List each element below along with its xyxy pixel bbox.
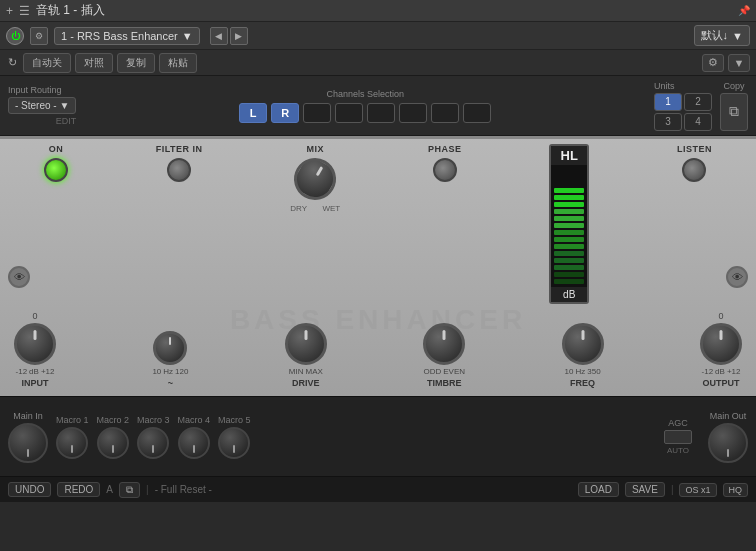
power-button[interactable]: ⏻ (6, 27, 24, 45)
os-badge[interactable]: OS x1 (679, 483, 716, 497)
mix-knob[interactable] (287, 150, 344, 207)
preset-selector[interactable]: 默认↓ ▼ (694, 25, 750, 46)
menu-icon[interactable]: ☰ (19, 4, 30, 18)
channel-R-button[interactable]: R (271, 103, 299, 123)
main-in-label: Main In (13, 411, 43, 421)
save-button[interactable]: SAVE (625, 482, 665, 497)
nav-prev-button[interactable]: ◀ (210, 27, 228, 45)
channel-3-button[interactable] (303, 103, 331, 123)
paste-button[interactable]: 粘贴 (159, 53, 197, 73)
units-label: Units (654, 81, 712, 91)
macro4-group: Macro 4 (178, 415, 211, 459)
filter-hz-range: 10 Hz 120 (152, 367, 188, 376)
channel-8-button[interactable] (463, 103, 491, 123)
preset-label: 默认↓ (701, 28, 729, 43)
macro5-label: Macro 5 (218, 415, 251, 425)
listen-led[interactable] (682, 158, 706, 182)
on-led[interactable] (44, 158, 68, 182)
drive-knob-group: MIN MAX DRIVE (285, 323, 327, 388)
unit-3-button[interactable]: 3 (654, 113, 682, 131)
slot-copy-button[interactable]: ⧉ (119, 482, 140, 498)
macro3-label: Macro 3 (137, 415, 170, 425)
right-eye-icon[interactable]: 👁 (726, 266, 748, 288)
channel-7-button[interactable] (431, 103, 459, 123)
copy-paste-button[interactable]: ⧉ (720, 93, 748, 131)
channel-6-button[interactable] (399, 103, 427, 123)
units-section: Units 1 2 3 4 (654, 81, 712, 131)
settings-button[interactable]: ⚙ (702, 54, 724, 72)
macro4-knob[interactable] (178, 427, 210, 459)
redo-button[interactable]: REDO (57, 482, 100, 497)
macro3-knob[interactable] (137, 427, 169, 459)
macro1-knob[interactable] (56, 427, 88, 459)
filter-hz-knob[interactable] (153, 331, 187, 365)
agc-toggle[interactable] (664, 430, 692, 444)
mix-range-labels: DRY WET (290, 204, 340, 213)
listen-label: LISTEN (677, 144, 712, 154)
channels-buttons: L R (239, 103, 491, 123)
phase-led[interactable] (433, 158, 457, 182)
mix-label: MIX (307, 144, 325, 154)
load-button[interactable]: LOAD (578, 482, 619, 497)
drive-knob[interactable] (285, 323, 327, 365)
controls-top-row: ON FILTER IN MIX DRY WET PHASE HL (14, 144, 742, 304)
main-out-group: Main Out (708, 411, 748, 463)
macro2-knob[interactable] (97, 427, 129, 459)
agc-section: AGC AUTO (664, 418, 692, 455)
main-in-knob[interactable] (8, 423, 48, 463)
input-value: 0 (32, 311, 37, 321)
timbre-knob[interactable] (423, 323, 465, 365)
freq-label: FREQ (570, 378, 595, 388)
dropdown-button[interactable]: ▼ (728, 54, 750, 72)
hq-badge[interactable]: HQ (723, 483, 749, 497)
add-icon[interactable]: + (6, 4, 13, 18)
freq-hz: Hz (575, 367, 585, 376)
auto-off-button[interactable]: 自动关 (23, 53, 71, 73)
freq-knob[interactable] (562, 323, 604, 365)
main-out-knob[interactable] (708, 423, 748, 463)
input-knob-group: 0 -12 dB +12 INPUT (14, 311, 56, 388)
undo-button[interactable]: UNDO (8, 482, 51, 497)
input-max: +12 (41, 367, 55, 376)
units-grid: 1 2 3 4 (654, 93, 712, 131)
macro-bar: Main In Macro 1 Macro 2 Macro 3 Macro 4 … (0, 396, 756, 476)
filter-hz-label: Hz (163, 367, 173, 376)
filter-hz-max: 120 (175, 367, 188, 376)
separator-1: | (146, 484, 149, 495)
output-knob[interactable] (700, 323, 742, 365)
controls-bottom-row: 0 -12 dB +12 INPUT 10 Hz 120 ~ MIN M (14, 311, 742, 388)
filter-in-led[interactable] (167, 158, 191, 182)
pin-icon[interactable]: 📌 (738, 5, 750, 16)
stereo-selector[interactable]: - Stereo - ▼ (8, 97, 76, 114)
timbre-label: TIMBRE (427, 378, 462, 388)
copy-button[interactable]: 复制 (117, 53, 155, 73)
compare-button[interactable]: 对照 (75, 53, 113, 73)
full-reset-label: - Full Reset - (155, 484, 212, 495)
timbre-odd: ODD (423, 367, 441, 376)
main-in-group: Main In (8, 411, 48, 463)
nav-next-button[interactable]: ▶ (230, 27, 248, 45)
unit-1-button[interactable]: 1 (654, 93, 682, 111)
channel-L-button[interactable]: L (239, 103, 267, 123)
left-eye-icon[interactable]: 👁 (8, 266, 30, 288)
macro5-knob[interactable] (218, 427, 250, 459)
macro1-label: Macro 1 (56, 415, 89, 425)
plugin-name-selector[interactable]: 1 - RRS Bass Enhancer ▼ (54, 27, 200, 45)
channel-5-button[interactable] (367, 103, 395, 123)
unit-4-button[interactable]: 4 (684, 113, 712, 131)
copy-section: Copy ⧉ (720, 81, 748, 131)
channel-4-button[interactable] (335, 103, 363, 123)
control-bar: ↻ 自动关 对照 复制 粘贴 ⚙ ▼ (0, 50, 756, 76)
unit-2-button[interactable]: 2 (684, 93, 712, 111)
separator-2: | (671, 484, 674, 495)
settings-icon[interactable]: ⚙ (30, 27, 48, 45)
output-value: 0 (718, 311, 723, 321)
phase-control: PHASE (428, 144, 462, 182)
freq-range: 10 Hz 350 (565, 367, 601, 376)
topbar-title: 音轨 1 - 插入 (36, 2, 732, 19)
input-knob[interactable] (14, 323, 56, 365)
auto-icon[interactable]: ↻ (8, 56, 17, 69)
drive-max: MAX (305, 367, 322, 376)
input-range: -12 dB +12 (16, 367, 55, 376)
agc-auto-label: AUTO (667, 446, 689, 455)
